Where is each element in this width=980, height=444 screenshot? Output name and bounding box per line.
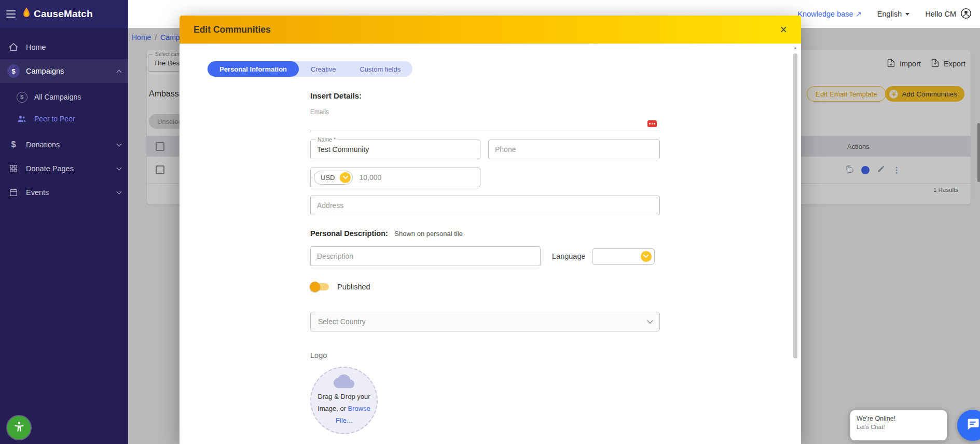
- country-select[interactable]: Select Country: [310, 312, 660, 331]
- logo-label: Logo: [310, 351, 660, 359]
- chevron-down-icon: [117, 142, 122, 147]
- chevron-up-icon: [117, 70, 122, 75]
- modal-scrollbar[interactable]: ▲: [793, 46, 798, 442]
- sidebar-item-label: Donations: [26, 141, 60, 149]
- emails-input[interactable]: [310, 116, 660, 131]
- accessibility-button[interactable]: [7, 416, 31, 439]
- campaigns-icon: $: [7, 64, 20, 78]
- sidebar-item-label: Campaigns: [26, 67, 64, 75]
- currency-select[interactable]: USD: [314, 171, 353, 185]
- sidebar-item-all-campaigns[interactable]: $ All Campaigns: [0, 86, 128, 108]
- sidebar-item-label: Home: [26, 43, 46, 51]
- emails-options-icon[interactable]: [647, 120, 657, 127]
- insert-details-heading: Insert Details:: [310, 91, 660, 100]
- campaigns-submenu: $ All Campaigns Peer to Peer: [0, 83, 128, 133]
- people-icon: [16, 114, 28, 124]
- sidebar-item-label: Peer to Peer: [34, 115, 75, 123]
- published-row: Published: [310, 283, 660, 291]
- language-selector[interactable]: English: [877, 10, 910, 18]
- published-toggle[interactable]: [311, 283, 329, 290]
- scroll-up-icon[interactable]: ▲: [793, 46, 798, 50]
- sidebar-nav: Home $ Campaigns $ All Campaigns Peer to…: [0, 28, 128, 204]
- dropzone-text: Drag & Drop your Image, or Browse File..…: [316, 391, 371, 426]
- sidebar-item-events[interactable]: Events: [0, 181, 128, 204]
- personal-description-heading: Personal Description:: [310, 229, 388, 238]
- grid-icon: [7, 164, 20, 173]
- toggle-knob: [310, 282, 320, 292]
- personal-description-section: Personal Description: Shown on personal …: [310, 229, 660, 238]
- phone-input[interactable]: [495, 145, 653, 154]
- chevron-down-icon: [647, 317, 653, 323]
- language-value: English: [877, 10, 902, 18]
- account-icon[interactable]: [960, 8, 972, 21]
- phone-field: [488, 140, 660, 159]
- dollar-icon: $: [7, 140, 20, 149]
- chat-prompt: Let's Chat!: [857, 424, 941, 430]
- causematch-logo-icon: [22, 7, 31, 21]
- sidebar-item-donate-pages[interactable]: Donate Pages: [0, 157, 128, 181]
- user-area: Hello CM: [925, 8, 972, 21]
- chevron-down-icon: [117, 189, 122, 195]
- tab-custom-fields[interactable]: Custom fields: [348, 61, 412, 77]
- name-input[interactable]: [317, 145, 474, 154]
- language-label: Language: [552, 252, 586, 260]
- all-campaigns-icon: $: [16, 92, 28, 103]
- external-link-icon: ↗: [855, 10, 862, 18]
- emails-label: Emails: [310, 108, 660, 116]
- sidebar-item-peer-to-peer[interactable]: Peer to Peer: [0, 108, 128, 130]
- modal-title: Edit Communities: [194, 24, 271, 35]
- description-field: [310, 246, 541, 266]
- address-input[interactable]: [317, 201, 653, 210]
- chat-widget[interactable]: We're Online! Let's Chat!: [850, 410, 947, 440]
- language-group: Language: [552, 246, 655, 266]
- user-greeting: Hello CM: [925, 10, 956, 18]
- language-select[interactable]: [592, 248, 655, 265]
- goal-amount-field: USD 10,000: [310, 168, 480, 187]
- brand-name: CauseMatch: [34, 8, 93, 20]
- menu-icon[interactable]: [5, 9, 17, 19]
- name-field: Name *: [310, 140, 480, 159]
- sidebar-item-label: Donate Pages: [26, 164, 74, 173]
- country-select-value: Select Country: [318, 317, 366, 326]
- logo-dropzone[interactable]: Drag & Drop your Image, or Browse File..…: [310, 367, 378, 434]
- modal-scrollbar-thumb[interactable]: [793, 53, 797, 358]
- knowledge-base-label: Knowledge base: [797, 10, 853, 18]
- home-icon: [7, 42, 20, 52]
- currency-value: USD: [321, 174, 335, 182]
- chevron-down-icon: [340, 172, 351, 183]
- sidebar: CauseMatch Home $ Campaigns $ All Campai…: [0, 0, 128, 444]
- tab-personal-information[interactable]: Personal Information: [208, 61, 299, 77]
- tab-creative[interactable]: Creative: [299, 61, 348, 77]
- sidebar-item-donations[interactable]: $ Donations: [0, 133, 128, 157]
- description-input[interactable]: [317, 252, 534, 260]
- brand[interactable]: CauseMatch: [22, 7, 93, 21]
- modal-form: Insert Details: Emails Name * USD: [310, 91, 660, 434]
- chat-bubble-icon: [965, 417, 980, 434]
- sidebar-item-label: All Campaigns: [34, 93, 81, 101]
- close-icon[interactable]: ×: [780, 24, 787, 36]
- cloud-upload-icon: [334, 374, 354, 391]
- sidebar-header: CauseMatch: [0, 0, 128, 28]
- chevron-down-icon: [641, 251, 652, 262]
- caret-down-icon: [905, 13, 909, 16]
- edit-communities-modal: Edit Communities × Personal Information …: [180, 16, 801, 444]
- calendar-icon: [7, 188, 20, 197]
- sidebar-item-home[interactable]: Home: [0, 35, 128, 59]
- chat-status: We're Online!: [857, 415, 941, 422]
- sidebar-item-label: Events: [26, 188, 49, 197]
- accessibility-icon: [12, 420, 26, 435]
- personal-description-hint: Shown on personal tile: [394, 230, 463, 238]
- knowledge-base-link[interactable]: Knowledge base ↗: [797, 10, 861, 18]
- modal-header: Edit Communities ×: [180, 16, 801, 44]
- sidebar-item-campaigns[interactable]: $ Campaigns: [0, 59, 128, 83]
- name-label: Name *: [315, 136, 338, 143]
- chevron-down-icon: [117, 165, 122, 171]
- published-label: Published: [337, 283, 370, 291]
- goal-amount-value[interactable]: 10,000: [359, 173, 381, 182]
- address-field: [310, 196, 660, 215]
- modal-tabs: Personal Information Creative Custom fie…: [208, 61, 412, 77]
